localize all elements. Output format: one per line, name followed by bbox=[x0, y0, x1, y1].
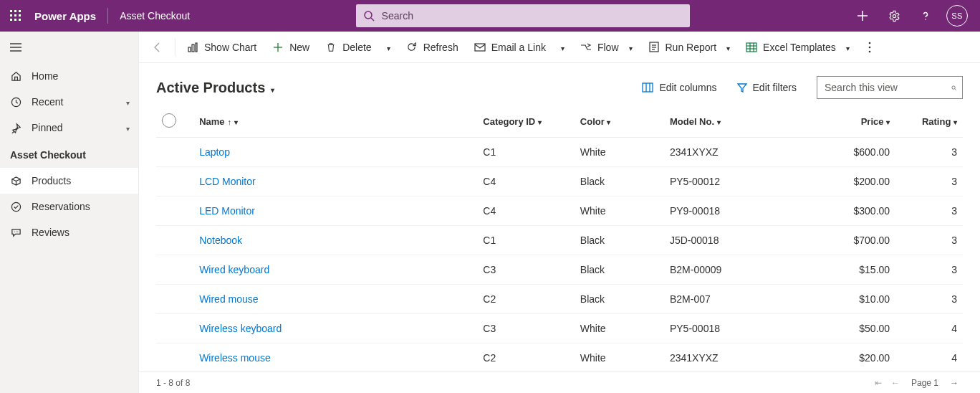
record-link[interactable]: LCD Monitor bbox=[199, 176, 256, 187]
nav-item-reservations[interactable]: Reservations bbox=[0, 194, 138, 219]
command-bar: Show Chart New Delete Refresh Email a Li… bbox=[139, 32, 980, 63]
record-link[interactable]: Wireless keyboard bbox=[199, 323, 282, 334]
row-select-cell[interactable] bbox=[156, 314, 193, 344]
svg-rect-7 bbox=[14, 19, 16, 21]
table-row[interactable]: Wireless mouseC2White2341XYXZ$20.004 bbox=[156, 344, 963, 372]
first-page-button[interactable]: ⇤ bbox=[870, 378, 887, 388]
svg-line-10 bbox=[371, 18, 374, 21]
nav-item-products[interactable]: Products bbox=[0, 168, 138, 194]
cell-model: 2341XYXZ bbox=[664, 138, 806, 167]
record-link[interactable]: Wired keyboard bbox=[199, 264, 269, 275]
cell-model: B2M-00009 bbox=[664, 255, 806, 285]
email-link-button[interactable]: Email a Link bbox=[467, 32, 553, 63]
main-area: Show Chart New Delete Refresh Email a Li… bbox=[139, 32, 980, 393]
columns-icon bbox=[642, 82, 653, 93]
top-actions: SS bbox=[845, 0, 980, 32]
edit-columns-button[interactable]: Edit columns bbox=[636, 76, 722, 99]
edit-filters-button[interactable]: Edit filters bbox=[731, 76, 802, 99]
cmd-label: Email a Link bbox=[491, 42, 546, 53]
nav-pinned[interactable]: Pinned bbox=[0, 115, 138, 141]
view-search-box[interactable] bbox=[817, 76, 963, 99]
table-row[interactable]: LCD MonitorC4BlackPY5-00012$200.003 bbox=[156, 167, 963, 196]
row-select-cell[interactable] bbox=[156, 344, 193, 372]
row-select-cell[interactable] bbox=[156, 226, 193, 255]
nav-home[interactable]: Home bbox=[0, 63, 138, 89]
view-search-input[interactable] bbox=[823, 81, 951, 94]
table-row[interactable]: Wireless keyboardC3WhitePY5-00018$50.004 bbox=[156, 314, 963, 344]
cell-model: PY5-00018 bbox=[664, 314, 806, 344]
col-model-header[interactable]: Model No. bbox=[664, 105, 806, 138]
table-row[interactable]: NotebookC1BlackJ5D-00018$700.003 bbox=[156, 226, 963, 255]
chevron-down-icon bbox=[387, 42, 390, 53]
view-selector[interactable]: Active Products bbox=[156, 80, 274, 96]
col-name-header[interactable]: Name↑ bbox=[193, 105, 477, 138]
refresh-icon bbox=[406, 42, 418, 53]
col-label: Price bbox=[861, 116, 884, 127]
cell-rating: 3 bbox=[895, 255, 963, 285]
row-select-cell[interactable] bbox=[156, 255, 193, 285]
nav-recent[interactable]: Recent bbox=[0, 89, 138, 115]
refresh-button[interactable]: Refresh bbox=[399, 32, 466, 63]
svg-rect-6 bbox=[10, 19, 12, 21]
col-price-header[interactable]: Price bbox=[806, 105, 895, 138]
svg-rect-5 bbox=[19, 14, 21, 16]
global-search-input[interactable] bbox=[380, 9, 683, 22]
table-row[interactable]: Wired mouseC2BlackB2M-007$10.003 bbox=[156, 285, 963, 314]
record-link[interactable]: Wireless mouse bbox=[199, 352, 271, 364]
record-link[interactable]: Notebook bbox=[199, 235, 242, 246]
back-button[interactable] bbox=[145, 32, 170, 63]
app-launcher-button[interactable] bbox=[0, 0, 32, 32]
add-button[interactable] bbox=[848, 0, 877, 32]
record-link[interactable]: Wired mouse bbox=[199, 293, 258, 305]
nav-item-reviews[interactable]: Reviews bbox=[0, 219, 138, 245]
row-select-cell[interactable] bbox=[156, 196, 193, 226]
col-color-header[interactable]: Color bbox=[575, 105, 664, 138]
cell-category: C1 bbox=[477, 226, 575, 255]
nav-group-header: Asset Checkout bbox=[0, 141, 138, 168]
table-row[interactable]: LED MonitorC4WhitePY9-00018$300.003 bbox=[156, 196, 963, 226]
cell-price: $700.00 bbox=[806, 226, 895, 255]
cell-name: Notebook bbox=[193, 226, 477, 255]
show-chart-button[interactable]: Show Chart bbox=[180, 32, 264, 63]
more-commands-button[interactable] bbox=[861, 32, 878, 63]
chevron-down-icon bbox=[126, 96, 130, 108]
chat-icon bbox=[10, 227, 21, 238]
help-button[interactable] bbox=[911, 0, 940, 32]
prev-page-button[interactable]: ← bbox=[887, 378, 904, 388]
excel-templates-button[interactable]: Excel Templates bbox=[739, 32, 857, 63]
account-button[interactable]: SS bbox=[943, 0, 971, 32]
check-circle-icon bbox=[10, 202, 21, 212]
plus-icon bbox=[857, 10, 868, 22]
back-arrow-icon bbox=[152, 42, 163, 53]
record-link[interactable]: LED Monitor bbox=[199, 205, 255, 217]
svg-point-21 bbox=[15, 231, 16, 232]
col-rating-header[interactable]: Rating bbox=[895, 105, 963, 138]
row-select-cell[interactable] bbox=[156, 285, 193, 314]
delete-button[interactable]: Delete bbox=[318, 32, 378, 63]
cell-rating: 3 bbox=[895, 226, 963, 255]
table-row[interactable]: Wired keyboardC3BlackB2M-00009$15.003 bbox=[156, 255, 963, 285]
row-select-cell[interactable] bbox=[156, 167, 193, 196]
page-indicator: Page 1 bbox=[911, 378, 938, 388]
record-link[interactable]: Laptop bbox=[199, 146, 230, 158]
chevron-down-icon bbox=[271, 80, 274, 96]
run-report-button[interactable]: Run Report bbox=[641, 32, 738, 63]
view-header: Active Products Edit columns Edit filter… bbox=[139, 63, 980, 105]
nav-collapse-button[interactable] bbox=[0, 32, 138, 63]
col-category-header[interactable]: Category ID bbox=[477, 105, 575, 138]
home-icon bbox=[10, 71, 21, 82]
svg-point-9 bbox=[365, 11, 372, 19]
select-all-checkbox[interactable] bbox=[162, 113, 176, 128]
new-button[interactable]: New bbox=[265, 32, 317, 63]
email-link-split-button[interactable] bbox=[554, 32, 572, 63]
settings-button[interactable] bbox=[880, 0, 908, 32]
cell-rating: 4 bbox=[895, 344, 963, 372]
next-page-button[interactable]: → bbox=[946, 378, 963, 388]
flow-button[interactable]: Flow bbox=[573, 32, 640, 63]
row-select-cell[interactable] bbox=[156, 138, 193, 167]
svg-point-13 bbox=[893, 14, 895, 17]
select-all-header[interactable] bbox=[156, 105, 193, 138]
delete-split-button[interactable] bbox=[380, 32, 398, 63]
table-row[interactable]: LaptopC1White2341XYXZ$600.003 bbox=[156, 138, 963, 167]
global-search-box[interactable] bbox=[356, 4, 690, 27]
